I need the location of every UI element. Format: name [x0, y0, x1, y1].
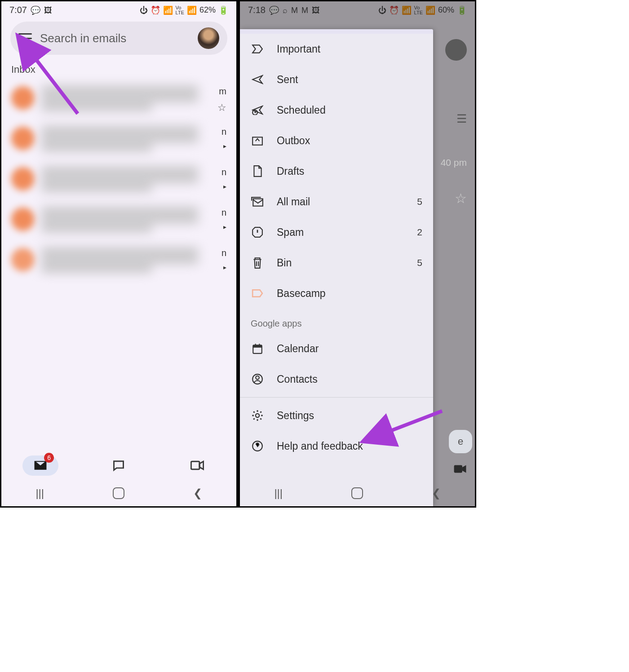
nav-mail[interactable]: 6 — [22, 455, 58, 476]
sent-icon — [251, 73, 264, 86]
drawer-item-label: Sent — [277, 74, 422, 86]
android-nav: ||| ❮ — [1, 480, 236, 506]
calendar-icon — [251, 342, 264, 355]
contacts-icon — [251, 372, 264, 386]
nav-meet[interactable] — [179, 455, 215, 476]
back-button[interactable]: ❮ — [432, 487, 441, 500]
status-time: 7:07 — [9, 5, 27, 15]
phone-drawer: 7:18 💬 ⌕ M M 🖼 ⏻ ⏰ 📶 VoLTE 📶 60% 🔋 ☰ 40 … — [236, 1, 475, 506]
scrim-time: 40 pm — [441, 157, 467, 168]
email-preview-blur — [41, 127, 226, 151]
email-list: m ☆ n ▸ n ▸ n ▸ n — [1, 78, 236, 280]
email-row[interactable]: n ▸ — [6, 199, 232, 240]
chat-status-icon: 💬 — [31, 6, 40, 14]
svg-rect-5 — [253, 199, 263, 206]
email-row[interactable]: n ▸ — [6, 240, 232, 280]
search-bar[interactable]: Search in emails — [10, 22, 227, 55]
outbox-icon — [251, 134, 264, 147]
svg-point-10 — [256, 414, 259, 417]
email-row[interactable]: n ▸ — [6, 119, 232, 159]
drafts-icon — [251, 164, 264, 178]
drawer-item-label: Important — [277, 43, 422, 55]
back-button[interactable]: ❮ — [193, 487, 202, 500]
drawer-item-label: Help and feedback — [277, 440, 422, 452]
drawer-item-label: Contacts — [277, 373, 422, 385]
bottom-nav: 6 — [1, 451, 236, 480]
drawer-item-all-mail[interactable]: All mail 5 — [240, 186, 433, 217]
drawer-item-label: Spam — [277, 226, 404, 239]
scheduled-icon — [251, 103, 264, 117]
drawer-item-sent[interactable]: Sent — [240, 64, 433, 95]
mail-icon — [34, 460, 47, 471]
svg-rect-2 — [454, 465, 462, 473]
spam-icon — [251, 225, 264, 239]
profile-avatar[interactable] — [198, 27, 219, 49]
recents-button[interactable]: ||| — [274, 487, 283, 500]
email-time: n — [221, 127, 226, 137]
drawer-item-settings[interactable]: Settings — [240, 400, 433, 431]
email-avatar — [11, 86, 35, 110]
star-outline-icon: ☆ — [455, 190, 467, 206]
star-outline-icon[interactable]: ☆ — [217, 102, 226, 114]
drawer-item-scheduled[interactable]: Scheduled — [240, 95, 433, 125]
email-preview-blur — [41, 86, 226, 111]
email-row[interactable]: m ☆ — [6, 78, 232, 119]
email-avatar — [11, 127, 35, 150]
video-icon-dimmed — [453, 464, 467, 474]
drawer-item-help-and-feedback[interactable]: Help and feedback — [240, 431, 433, 461]
volte-icon: VoLTE — [176, 5, 184, 15]
search-input[interactable]: Search in emails — [40, 31, 190, 45]
svg-point-9 — [256, 376, 259, 380]
svg-rect-7 — [253, 345, 262, 347]
nav-chat[interactable] — [101, 455, 137, 476]
email-time: n — [221, 167, 226, 177]
status-bar: 7:07 💬 🖼 ⏻ ⏰ 📶 VoLTE 📶 62% 🔋 — [1, 1, 236, 17]
email-time: n — [221, 208, 226, 218]
drawer-item-label: Scheduled — [277, 104, 422, 116]
email-avatar — [11, 248, 35, 271]
drawer-item-calendar[interactable]: Calendar — [240, 333, 433, 364]
signal-icon: 📶 — [187, 6, 197, 14]
android-nav: ||| ❮ — [240, 480, 475, 506]
alarm-icon: ⏰ — [151, 6, 160, 14]
email-preview-blur — [41, 248, 226, 272]
email-avatar — [11, 208, 35, 231]
drawer-item-count: 5 — [417, 257, 422, 268]
battery-pct: 62% — [199, 5, 216, 15]
drawer-item-outbox[interactable]: Outbox — [240, 125, 433, 156]
email-avatar — [11, 167, 35, 190]
caret-icon: ▸ — [223, 142, 226, 150]
video-icon — [190, 460, 204, 471]
drawer-item-important[interactable]: Important — [240, 34, 433, 64]
mail-badge: 6 — [44, 453, 54, 463]
drawer-item-label: Calendar — [277, 343, 422, 355]
caret-icon: ▸ — [223, 223, 226, 230]
home-button[interactable] — [113, 487, 124, 499]
email-preview-blur — [41, 167, 226, 191]
email-preview-blur — [41, 208, 226, 232]
drawer-item-label: All mail — [277, 196, 404, 208]
hamburger-icon[interactable] — [18, 33, 32, 43]
drawer-item-count: 5 — [417, 196, 422, 207]
bin-icon — [251, 256, 264, 270]
drawer-item-drafts[interactable]: Drafts — [240, 156, 433, 186]
phone-inbox: 7:07 💬 🖼 ⏻ ⏰ 📶 VoLTE 📶 62% 🔋 Search in e… — [1, 1, 236, 506]
email-time: n — [221, 248, 226, 258]
drawer-item-count: 2 — [417, 227, 422, 238]
recents-button[interactable]: ||| — [35, 487, 44, 500]
drawer-item-contacts[interactable]: Contacts — [240, 364, 433, 394]
chat-icon — [112, 459, 125, 472]
caret-icon: ▸ — [223, 264, 226, 271]
battery-icon: 🔋 — [218, 6, 228, 14]
drawer-item-label: Basecamp — [277, 287, 422, 300]
caret-icon: ▸ — [223, 183, 226, 190]
email-time: m — [219, 86, 226, 97]
settings-icon — [251, 409, 264, 422]
drawer-item-label: Outbox — [277, 135, 422, 147]
home-button[interactable] — [351, 487, 363, 499]
email-row[interactable]: n ▸ — [6, 159, 232, 199]
drawer-item-basecamp[interactable]: Basecamp — [240, 278, 433, 309]
drawer-item-bin[interactable]: Bin 5 — [240, 248, 433, 278]
drawer-item-spam[interactable]: Spam 2 — [240, 217, 433, 248]
filter-icon: ☰ — [456, 112, 467, 126]
